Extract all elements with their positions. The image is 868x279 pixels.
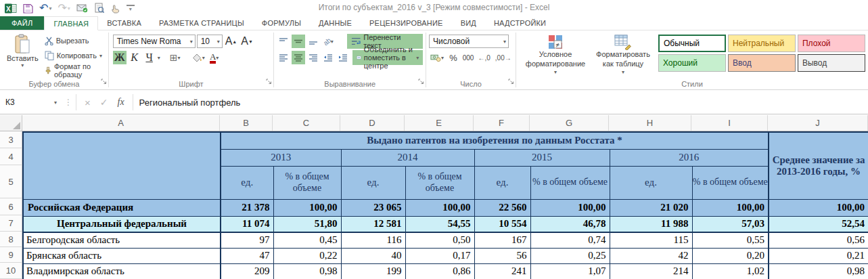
cell[interactable]: 116 <box>341 232 405 248</box>
cell[interactable]: 21 020 <box>610 199 692 216</box>
column-header-B[interactable]: B <box>220 115 273 131</box>
cell[interactable]: 0,86 <box>405 263 474 279</box>
cell[interactable]: 56 <box>474 248 530 263</box>
column-header-G[interactable]: G <box>530 115 609 131</box>
copy-button[interactable]: Копировать ▾ <box>43 49 106 62</box>
cell[interactable]: 11 074 <box>221 216 273 232</box>
tab-data[interactable]: ДАННЫЕ <box>310 16 361 30</box>
cell[interactable]: 40 <box>341 248 405 263</box>
style-output[interactable]: Вывод <box>798 54 865 72</box>
pct-cell[interactable]: % в общем объеме <box>530 166 610 199</box>
underline-button[interactable]: Ч <box>143 51 156 64</box>
tab-page-layout[interactable]: РАЗМЕТКА СТРАНИЦЫ <box>150 16 253 30</box>
style-neutral[interactable]: Нейтральный <box>728 35 796 52</box>
row-header-5[interactable]: 5 <box>0 165 22 198</box>
formula-input[interactable]: Региональный портфель <box>133 94 868 110</box>
style-input[interactable]: Ввод <box>728 54 796 72</box>
cell[interactable]: 0,25 <box>530 248 610 263</box>
column-header-J[interactable]: J <box>768 115 868 131</box>
row-header-6[interactable]: 6 <box>0 198 22 215</box>
orientation-button[interactable]: ab▾ <box>321 35 335 48</box>
cell[interactable]: 0,55 <box>692 232 769 248</box>
column-header-C[interactable]: C <box>273 115 340 131</box>
unit-cell[interactable]: ед. <box>474 166 530 199</box>
accounting-format-button[interactable]: ▾ <box>429 51 445 64</box>
bold-button[interactable]: Ж <box>113 51 127 64</box>
italic-button[interactable]: К <box>128 51 141 64</box>
cell[interactable]: 97 <box>221 232 273 248</box>
cell[interactable]: 0,56 <box>769 232 868 248</box>
row-header-10[interactable]: 10 <box>0 263 22 279</box>
cell[interactable]: 1,02 <box>692 263 769 279</box>
pct-cell[interactable]: % в общем объеме <box>405 166 474 199</box>
cell[interactable]: 199 <box>341 263 405 279</box>
font-name-combo[interactable]: Times New Roma▾ <box>113 35 196 48</box>
column-header-F[interactable]: F <box>474 115 530 131</box>
cell[interactable]: 12 581 <box>341 216 405 232</box>
year-cell-2016[interactable]: 2016 <box>610 149 769 166</box>
row-label[interactable]: Владимирская область <box>23 263 221 279</box>
cell[interactable]: 23 065 <box>341 199 405 216</box>
cell[interactable]: 54,55 <box>405 216 474 232</box>
cell-A3-merged[interactable] <box>23 132 221 199</box>
font-color-button[interactable]: А▾ <box>208 51 221 64</box>
row-header-7[interactable]: 7 <box>0 215 22 232</box>
conditional-formatting-button[interactable]: ≠ Условное форматирование ▾ <box>523 32 588 79</box>
comma-style-button[interactable]: 000 <box>461 51 475 64</box>
print-preview-icon[interactable] <box>94 1 105 15</box>
style-normal[interactable]: Обычный <box>658 35 726 52</box>
row-label[interactable]: Российская Федерация <box>23 199 221 216</box>
alignment-dialog-launcher-icon[interactable] <box>418 75 424 87</box>
cell[interactable]: 100,00 <box>405 199 474 216</box>
cell[interactable]: 209 <box>221 263 273 279</box>
style-good[interactable]: Хороший <box>658 54 726 72</box>
cancel-icon[interactable]: × <box>85 97 91 108</box>
align-right-button[interactable] <box>306 51 320 64</box>
excel-logo-icon[interactable]: X <box>5 1 17 15</box>
touch-mode-icon[interactable] <box>111 1 120 15</box>
number-dialog-launcher-icon[interactable] <box>508 75 514 87</box>
cell[interactable]: 1,07 <box>530 263 610 279</box>
clipboard-dialog-launcher-icon[interactable] <box>101 75 107 87</box>
cell[interactable]: 10 554 <box>474 216 530 232</box>
unit-cell[interactable]: ед. <box>341 166 405 199</box>
tab-view[interactable]: ВИД <box>452 16 485 30</box>
tab-review[interactable]: РЕЦЕНЗИРОВАНИЕ <box>361 16 452 30</box>
number-format-combo[interactable]: Числовой▾ <box>429 35 509 48</box>
decrease-indent-button[interactable] <box>321 51 335 64</box>
underline-dropdown-icon[interactable]: ▾ <box>158 55 160 61</box>
cell[interactable]: 100,00 <box>530 199 610 216</box>
avg-header-cell[interactable]: Среднее значение за 2013-2016 годы, % <box>769 132 868 199</box>
row-header-4[interactable]: 4 <box>0 148 22 165</box>
row-label[interactable]: Центральный федеральный <box>23 216 221 232</box>
tab-insert[interactable]: ВСТАВКА <box>98 16 150 30</box>
cell[interactable]: 0,45 <box>273 232 341 248</box>
cell[interactable]: 51,80 <box>273 216 341 232</box>
year-cell-2015[interactable]: 2015 <box>474 149 610 166</box>
cell[interactable]: 0,17 <box>405 248 474 263</box>
format-as-table-dropdown-icon[interactable]: ▾ <box>622 69 624 76</box>
column-header-D[interactable]: D <box>340 115 405 131</box>
percent-style-button[interactable]: % <box>447 51 460 64</box>
decrease-decimal-button[interactable]: ,00→ <box>493 51 513 64</box>
cell[interactable]: 115 <box>610 232 692 248</box>
cell[interactable]: 42 <box>610 248 692 263</box>
font-dialog-launcher-icon[interactable] <box>266 75 272 87</box>
name-box[interactable]: К3▾ <box>0 94 61 110</box>
paste-button[interactable]: Вставить ▾ <box>3 32 43 79</box>
cell[interactable]: 241 <box>474 263 530 279</box>
shrink-font-button[interactable]: А▼ <box>239 35 254 48</box>
save-icon[interactable] <box>23 1 33 15</box>
increase-decimal-button[interactable]: ←,0 <box>476 51 492 64</box>
row-header-8[interactable]: 8 <box>0 232 22 247</box>
cell[interactable]: 0,21 <box>769 248 868 263</box>
cell[interactable]: 0,20 <box>692 248 769 263</box>
customize-quick-access-toolbar-icon[interactable]: ▾ <box>127 1 135 15</box>
copy-dropdown-icon[interactable]: ▾ <box>99 53 102 59</box>
align-bottom-button[interactable] <box>306 35 320 48</box>
tab-addins[interactable]: НАДСТРОЙКИ <box>485 16 555 30</box>
year-cell-2013[interactable]: 2013 <box>221 149 341 166</box>
cell[interactable]: 0,98 <box>273 263 341 279</box>
conditional-formatting-dropdown-icon[interactable]: ▾ <box>554 69 557 76</box>
column-header-I[interactable]: I <box>691 115 768 131</box>
